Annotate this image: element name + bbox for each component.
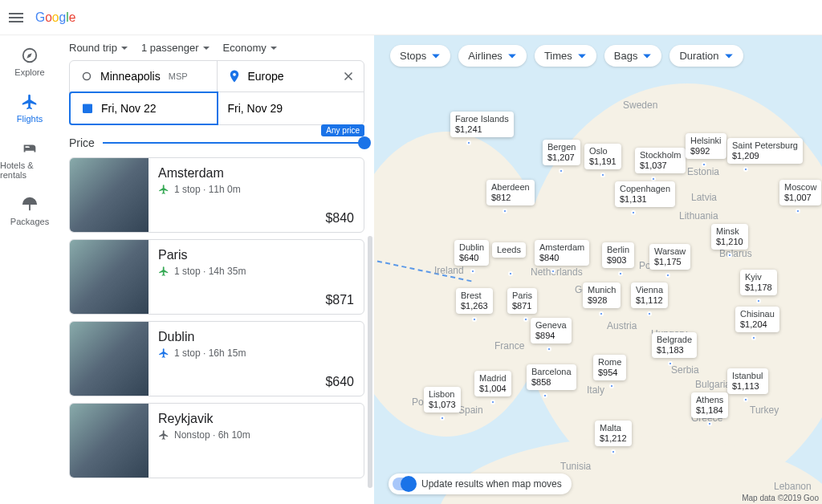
- destination-image: [70, 404, 149, 478]
- sidebar-item-explore[interactable]: Explore: [0, 47, 59, 77]
- map-price-pin[interactable]: Lisbon$1,073: [424, 387, 461, 413]
- city-dot: [796, 209, 800, 213]
- sidebar-item-flights[interactable]: Flights: [0, 93, 59, 124]
- map-price-pin[interactable]: Copenhagen$1,131: [615, 181, 675, 207]
- price-label: Price: [69, 136, 95, 149]
- map-price-pin[interactable]: Barcelona$858: [527, 364, 576, 390]
- slider-handle[interactable]: [358, 136, 371, 149]
- map-price-pin[interactable]: Warsaw$1,175: [649, 244, 690, 270]
- update-toggle[interactable]: Update results when map moves: [389, 474, 572, 494]
- city-dot: [523, 317, 528, 322]
- origin-input[interactable]: MinneapolisMSP: [70, 61, 217, 91]
- map-price-pin[interactable]: Chisinau$1,204: [735, 307, 779, 332]
- city-dot: [508, 271, 513, 276]
- destination-name: Reykjavik: [158, 412, 354, 426]
- map-price-pin[interactable]: Berlin$903: [602, 242, 634, 268]
- result-card[interactable]: Amsterdam1 stop · 11h 0m$840: [69, 157, 364, 233]
- passengers-select[interactable]: 1 passenger: [141, 42, 210, 54]
- country-label: Netherlands: [531, 266, 583, 278]
- result-card[interactable]: Paris1 stop · 14h 35m$871: [69, 239, 364, 315]
- flight-meta: 1 stop · 16h 15m: [158, 348, 354, 359]
- destination-image: [70, 158, 149, 232]
- results-list: Amsterdam1 stop · 11h 0m$840Paris1 stop …: [69, 157, 364, 504]
- map-price-pin[interactable]: Aberdeen$812: [486, 180, 535, 205]
- sidebar-item-packages[interactable]: Packages: [0, 196, 59, 226]
- svg-point-2: [83, 73, 91, 80]
- clear-icon[interactable]: [341, 69, 356, 83]
- city-dot: [668, 361, 673, 366]
- flight-meta: 1 stop · 11h 0m: [158, 184, 354, 195]
- price: $871: [325, 293, 354, 307]
- country-label: Lebanon: [774, 481, 812, 492]
- flight-meta: 1 stop · 14h 35m: [158, 266, 354, 277]
- toggle-switch[interactable]: [393, 478, 415, 490]
- map-price-pin[interactable]: Saint Petersburg$1,209: [727, 138, 803, 164]
- country-label: Tunisia: [560, 461, 591, 472]
- filter-bags[interactable]: Bags: [604, 45, 662, 67]
- map[interactable]: StopsAirlinesTimesBagsDuration Update re…: [374, 35, 822, 504]
- city-dot: [440, 416, 445, 421]
- cabin-select[interactable]: Economy: [223, 42, 278, 54]
- map-price-pin[interactable]: Belgrade$1,183: [652, 332, 697, 358]
- map-price-pin[interactable]: Moscow$1,007: [779, 180, 821, 205]
- city-dot: [503, 209, 507, 213]
- map-price-pin[interactable]: Istanbul$1,113: [727, 368, 768, 394]
- city-dot: [551, 269, 555, 274]
- city-dot: [631, 210, 636, 215]
- city-dot: [618, 271, 623, 276]
- depart-date-input[interactable]: Fri, Nov 22: [69, 91, 218, 125]
- map-price-pin[interactable]: Paris$871: [507, 288, 537, 314]
- destination-name: Paris: [158, 248, 354, 262]
- filter-duration[interactable]: Duration: [669, 45, 743, 67]
- trip-type-select[interactable]: Round trip: [69, 42, 128, 54]
- map-price-pin[interactable]: Kyiv$1,178: [740, 270, 777, 295]
- map-price-pin[interactable]: Brest$1,263: [456, 288, 493, 314]
- map-price-pin[interactable]: Amsterdam$840: [535, 240, 589, 266]
- destination-input[interactable]: Europe: [217, 61, 364, 91]
- map-price-pin[interactable]: Minsk$1,210: [711, 224, 748, 250]
- result-card[interactable]: ReykjavikNonstop · 6h 10m: [69, 403, 364, 478]
- destination-image: [70, 322, 149, 396]
- country-label: Spain: [458, 404, 483, 416]
- country-label: Sweden: [623, 100, 657, 111]
- filter-airlines[interactable]: Airlines: [458, 45, 527, 67]
- map-price-pin[interactable]: Madrid$1,004: [474, 371, 511, 396]
- country-label: Ireland: [434, 265, 464, 276]
- destination-name: Amsterdam: [158, 166, 354, 181]
- map-price-pin[interactable]: Geneva$894: [531, 318, 572, 343]
- map-price-pin[interactable]: Stockholm$1,037: [635, 148, 686, 173]
- return-date-input[interactable]: Fri, Nov 29: [218, 92, 364, 124]
- map-price-pin[interactable]: Dublin$640: [454, 240, 489, 266]
- map-price-pin[interactable]: Helsinki$992: [686, 133, 726, 159]
- map-price-pin[interactable]: Faroe Islands$1,241: [450, 112, 514, 137]
- price-slider[interactable]: Any price: [103, 142, 364, 144]
- map-price-pin[interactable]: Vienna$1,112: [631, 282, 668, 308]
- map-price-pin[interactable]: Leeds: [492, 242, 526, 258]
- country-label: Serbia: [671, 364, 699, 376]
- scrollbar[interactable]: [368, 236, 372, 488]
- city-dot: [470, 269, 475, 274]
- map-price-pin[interactable]: Athens$1,184: [691, 392, 728, 418]
- country-label: Belarus: [719, 248, 752, 259]
- map-price-pin[interactable]: Oslo$1,191: [584, 144, 621, 169]
- result-card[interactable]: Dublin1 stop · 16h 15m$640: [69, 321, 364, 396]
- city-dot: [751, 335, 756, 340]
- city-dot: [743, 167, 748, 172]
- city-dot: [559, 169, 564, 173]
- country-label: Lithuania: [679, 210, 718, 222]
- map-price-pin[interactable]: Bergen$1,207: [543, 140, 580, 165]
- sidebar-item-hotels-rentals[interactable]: Hotels & rentals: [0, 140, 59, 180]
- city-dot: [665, 273, 670, 278]
- destination-image: [70, 240, 149, 314]
- price: $840: [325, 211, 354, 226]
- google-logo[interactable]: Google: [32, 8, 96, 27]
- country-label: Latvia: [691, 192, 717, 203]
- map-price-pin[interactable]: Malta$1,212: [595, 421, 632, 446]
- filter-times[interactable]: Times: [535, 45, 596, 67]
- map-price-pin[interactable]: Rome$954: [593, 355, 626, 380]
- map-price-pin[interactable]: Munich$928: [583, 282, 621, 308]
- filter-stops[interactable]: Stops: [390, 45, 450, 67]
- country-label: Bulgaria: [695, 379, 730, 390]
- menu-icon[interactable]: [6, 8, 26, 27]
- city-dot: [611, 449, 616, 454]
